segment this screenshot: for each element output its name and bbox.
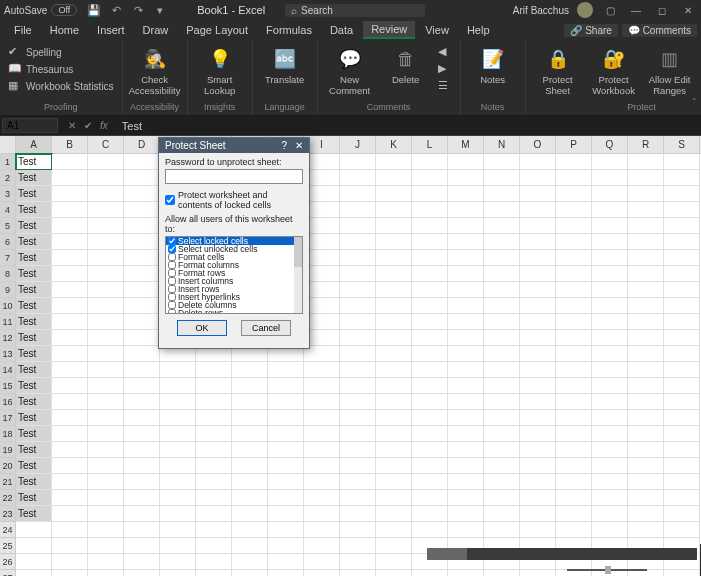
check-accessibility-button[interactable]: 🕵Check Accessibility (129, 42, 181, 96)
cell[interactable] (232, 394, 268, 410)
cell[interactable] (160, 554, 196, 570)
cell[interactable] (628, 442, 664, 458)
formula-input[interactable] (116, 120, 701, 132)
cell[interactable] (556, 266, 592, 282)
cell[interactable] (484, 522, 520, 538)
cell[interactable] (196, 394, 232, 410)
cell[interactable] (268, 538, 304, 554)
cell[interactable] (664, 394, 700, 410)
cell[interactable] (340, 570, 376, 576)
row-header[interactable]: 11 (0, 314, 16, 330)
user-name[interactable]: Arif Bacchus (513, 5, 569, 16)
cell[interactable] (376, 554, 412, 570)
cell[interactable] (52, 522, 88, 538)
cell[interactable] (124, 362, 160, 378)
cell[interactable]: Test (16, 442, 52, 458)
cell[interactable] (664, 426, 700, 442)
cell[interactable] (556, 346, 592, 362)
cell[interactable] (268, 570, 304, 576)
cell[interactable] (52, 458, 88, 474)
cell[interactable] (520, 154, 556, 170)
cell[interactable] (664, 506, 700, 522)
cell[interactable] (448, 362, 484, 378)
cell[interactable] (340, 554, 376, 570)
cell[interactable] (232, 362, 268, 378)
cell[interactable] (304, 458, 340, 474)
cell[interactable] (340, 314, 376, 330)
cell[interactable] (88, 346, 124, 362)
cell[interactable] (88, 570, 124, 576)
cell[interactable] (412, 154, 448, 170)
cell[interactable] (16, 522, 52, 538)
cell[interactable] (412, 442, 448, 458)
cell[interactable] (52, 378, 88, 394)
cell[interactable] (340, 170, 376, 186)
cell[interactable] (556, 442, 592, 458)
cell[interactable] (124, 506, 160, 522)
row-header[interactable]: 6 (0, 234, 16, 250)
cell[interactable] (196, 490, 232, 506)
cell[interactable] (88, 394, 124, 410)
cell[interactable] (268, 474, 304, 490)
cell[interactable] (412, 378, 448, 394)
cell[interactable] (304, 490, 340, 506)
cell[interactable] (556, 522, 592, 538)
cell[interactable] (448, 234, 484, 250)
dialog-titlebar[interactable]: Protect Sheet ? ✕ (159, 138, 309, 153)
cell[interactable] (412, 330, 448, 346)
cell[interactable]: Test (16, 410, 52, 426)
cell[interactable] (196, 538, 232, 554)
cell[interactable] (592, 474, 628, 490)
cell[interactable] (16, 554, 52, 570)
row-header[interactable]: 8 (0, 266, 16, 282)
cell[interactable] (88, 282, 124, 298)
cell[interactable]: Test (16, 426, 52, 442)
cell[interactable] (196, 554, 232, 570)
cell[interactable] (124, 250, 160, 266)
cell[interactable] (304, 570, 340, 576)
cell[interactable] (52, 218, 88, 234)
cell[interactable] (412, 186, 448, 202)
cell[interactable] (592, 346, 628, 362)
cell[interactable] (412, 394, 448, 410)
cell[interactable] (304, 538, 340, 554)
cell[interactable] (592, 458, 628, 474)
cell[interactable] (664, 314, 700, 330)
cell[interactable] (628, 250, 664, 266)
row-header[interactable]: 23 (0, 506, 16, 522)
cell[interactable] (520, 458, 556, 474)
cell[interactable] (664, 522, 700, 538)
tab-file[interactable]: File (6, 22, 40, 38)
cell[interactable] (484, 570, 520, 576)
cell[interactable] (376, 426, 412, 442)
cell[interactable] (340, 458, 376, 474)
cell[interactable] (664, 330, 700, 346)
cell[interactable] (124, 426, 160, 442)
cell[interactable]: Test (16, 154, 52, 170)
cell[interactable] (448, 266, 484, 282)
enter-formula-icon[interactable]: ✔ (84, 120, 92, 131)
cell[interactable] (484, 282, 520, 298)
cell[interactable] (376, 506, 412, 522)
cell[interactable] (628, 410, 664, 426)
cell[interactable] (232, 442, 268, 458)
cell[interactable] (448, 186, 484, 202)
ribbon-display-icon[interactable]: ▢ (601, 5, 619, 16)
cell[interactable] (52, 154, 88, 170)
cell[interactable] (376, 186, 412, 202)
cell[interactable]: Test (16, 250, 52, 266)
cell[interactable] (448, 170, 484, 186)
cell[interactable] (556, 410, 592, 426)
cell[interactable] (304, 554, 340, 570)
cell[interactable] (484, 170, 520, 186)
cell[interactable] (628, 570, 664, 576)
cell[interactable] (88, 538, 124, 554)
cell[interactable] (268, 506, 304, 522)
cell[interactable] (448, 522, 484, 538)
row-header[interactable]: 26 (0, 554, 16, 570)
tab-insert[interactable]: Insert (89, 22, 133, 38)
cell[interactable] (340, 394, 376, 410)
cell[interactable] (88, 330, 124, 346)
cell[interactable] (628, 426, 664, 442)
row-header[interactable]: 2 (0, 170, 16, 186)
